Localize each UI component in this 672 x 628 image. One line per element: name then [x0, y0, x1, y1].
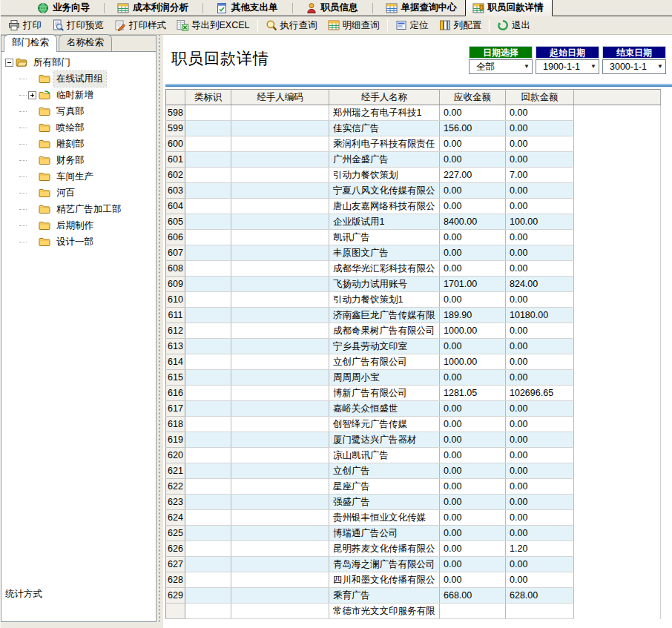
type-flag-cell[interactable]	[185, 479, 231, 495]
detail-query-button[interactable]: 明细查询	[323, 17, 385, 34]
received-amount-cell[interactable]: 0.00	[506, 370, 574, 386]
type-flag-cell[interactable]	[185, 495, 231, 510]
type-flag-cell[interactable]	[185, 432, 231, 448]
handler-name-cell[interactable]: 引动力餐饮策划	[329, 168, 440, 183]
received-amount-cell[interactable]: 0.00	[506, 261, 574, 277]
table-row[interactable]: 616博新广告有限公司1281.05102696.65	[166, 386, 661, 401]
table-row[interactable]: 598郑州瑞之有电子科技10.000.00	[166, 105, 661, 121]
received-amount-cell[interactable]: 10180.00	[506, 308, 574, 323]
end-date-filter-combobox[interactable]: 3000-1-1▼	[602, 59, 666, 74]
table-row[interactable]: 626昆明荞麦文化传播有限公0.001.20	[166, 541, 661, 557]
handler-code-cell[interactable]	[231, 152, 329, 168]
received-amount-cell[interactable]: 0.00	[506, 401, 574, 417]
table-row[interactable]: 604唐山友嘉网络科技有限公0.000.00	[166, 199, 661, 214]
handler-name-cell[interactable]: 青岛海之澜广告有限公司	[329, 557, 440, 572]
row-number-cell[interactable]: 605	[166, 214, 185, 230]
receivable-amount-cell[interactable]: 0.00	[440, 572, 506, 588]
column-header[interactable]: 回款金额	[506, 90, 574, 105]
table-row[interactable]: 628四川和墨文化传播有限公0.000.00	[166, 572, 661, 588]
received-amount-cell[interactable]: 0.00	[506, 199, 574, 214]
type-flag-cell[interactable]	[185, 557, 231, 572]
handler-code-cell[interactable]	[231, 417, 329, 432]
row-number-cell[interactable]: 620	[166, 448, 185, 463]
handler-name-cell[interactable]: 立创广告	[329, 463, 440, 479]
handler-code-cell[interactable]	[231, 510, 329, 526]
type-flag-cell[interactable]	[185, 463, 231, 479]
row-number-cell[interactable]: 626	[166, 541, 185, 557]
tab-cost-profit-analysis[interactable]: 成本利润分析	[111, 0, 197, 16]
received-amount-cell[interactable]: 0.00	[506, 323, 574, 339]
handler-name-cell[interactable]: 常德市光文文印服务有限	[329, 604, 440, 619]
collapse-minus-icon[interactable]	[5, 59, 13, 67]
handler-code-cell[interactable]	[231, 354, 329, 370]
receivable-amount-cell[interactable]: 0.00	[440, 479, 506, 495]
receivable-amount-cell[interactable]: 0.00	[440, 105, 506, 121]
row-number-cell[interactable]	[166, 604, 185, 619]
exit-button[interactable]: 退出	[492, 17, 536, 34]
table-row[interactable]: 613宁乡县劳动文印室0.000.00	[166, 339, 661, 354]
handler-name-cell[interactable]: 强盛广告	[329, 495, 440, 510]
received-amount-cell[interactable]: 0.00	[506, 479, 574, 495]
receivable-amount-cell[interactable]: 0.00	[440, 230, 506, 245]
locate-button[interactable]: 定位	[390, 17, 434, 34]
receivable-amount-cell[interactable]: 0.00	[440, 199, 506, 214]
handler-name-cell[interactable]: 丰原图文广告	[329, 245, 440, 261]
column-config-button[interactable]: 列配置	[434, 17, 487, 34]
row-number-cell[interactable]: 601	[166, 152, 185, 168]
receivable-amount-cell[interactable]: 0.00	[440, 136, 506, 152]
sidebar-tab-department-search[interactable]: 部门检索	[4, 34, 57, 52]
receivable-amount-cell[interactable]: 0.00	[440, 557, 506, 572]
tab-employee-info[interactable]: 职员信息	[299, 0, 366, 16]
table-row[interactable]: 625博瑞通广告公司0.000.00	[166, 526, 661, 541]
receivable-amount-cell[interactable]: 227.00	[440, 168, 506, 183]
row-number-cell[interactable]: 610	[166, 292, 185, 308]
tree-item-5[interactable]: 雕刻部	[1, 136, 156, 152]
type-flag-cell[interactable]	[185, 588, 231, 604]
table-row[interactable]: 627青岛海之澜广告有限公司0.000.00	[166, 557, 661, 572]
handler-code-cell[interactable]	[231, 168, 329, 183]
receivable-amount-cell[interactable]: 0.00	[440, 432, 506, 448]
table-row[interactable]: 609飞扬动力试用账号1701.00824.00	[166, 277, 661, 292]
type-flag-cell[interactable]	[185, 292, 231, 308]
receivable-amount-cell[interactable]: 1000.00	[440, 323, 506, 339]
row-number-cell[interactable]: 621	[166, 463, 185, 479]
handler-code-cell[interactable]	[231, 588, 329, 604]
received-amount-cell[interactable]: 0.00	[506, 448, 574, 463]
handler-name-cell[interactable]: 郑州瑞之有电子科技1	[329, 105, 440, 121]
received-amount-cell[interactable]: 0.00	[506, 183, 574, 199]
type-flag-cell[interactable]	[185, 261, 231, 277]
received-amount-cell[interactable]: 824.00	[506, 277, 574, 292]
receivable-amount-cell[interactable]: 668.00	[440, 588, 506, 604]
tree-item-all-departments[interactable]: 所有部门	[1, 54, 156, 70]
handler-code-cell[interactable]	[231, 230, 329, 245]
column-header[interactable]: 应收金额	[440, 90, 506, 105]
table-row[interactable]: 603宁夏八风文化传媒有限公0.000.00	[166, 183, 661, 199]
table-row[interactable]: 618创智绎元广告传媒0.000.00	[166, 417, 661, 432]
tree-item-10[interactable]: 后期制作	[1, 217, 156, 234]
handler-code-cell[interactable]	[231, 339, 329, 354]
received-amount-cell[interactable]: 1.20	[506, 541, 574, 557]
run-query-button[interactable]: 执行查询	[260, 17, 323, 34]
table-row[interactable]: 619厦门鹭达兴广告器材0.000.00	[166, 432, 661, 448]
type-flag-cell[interactable]	[185, 183, 231, 199]
type-flag-cell[interactable]	[185, 541, 231, 557]
row-number-cell[interactable]: 604	[166, 199, 185, 214]
received-amount-cell[interactable]: 0.00	[506, 136, 574, 152]
row-number-cell[interactable]: 623	[166, 495, 185, 510]
receivable-amount-cell[interactable]: 0.00	[440, 463, 506, 479]
table-row[interactable]: 606凯讯广告0.000.00	[166, 230, 661, 245]
table-row[interactable]: 614立创广告有限公司1000.000.00	[166, 354, 661, 370]
table-row[interactable]: 607丰原图文广告0.000.00	[166, 245, 661, 261]
handler-code-cell[interactable]	[231, 105, 329, 121]
received-amount-cell[interactable]: 0.00	[506, 152, 574, 168]
received-amount-cell[interactable]: 0.00	[506, 417, 574, 432]
table-row[interactable]: 624贵州银丰恒业文化传媒0.000.00	[166, 510, 661, 526]
handler-name-cell[interactable]: 成都华光汇彩科技有限公	[329, 261, 440, 277]
handler-name-cell[interactable]: 飞扬动力试用账号	[329, 277, 440, 292]
row-number-cell[interactable]: 599	[166, 121, 185, 136]
received-amount-cell[interactable]: 7.00	[506, 168, 574, 183]
type-flag-cell[interactable]	[185, 448, 231, 463]
row-number-cell[interactable]: 614	[166, 354, 185, 370]
received-amount-cell[interactable]: 0.00	[506, 557, 574, 572]
handler-name-cell[interactable]: 四川和墨文化传播有限公	[329, 572, 440, 588]
